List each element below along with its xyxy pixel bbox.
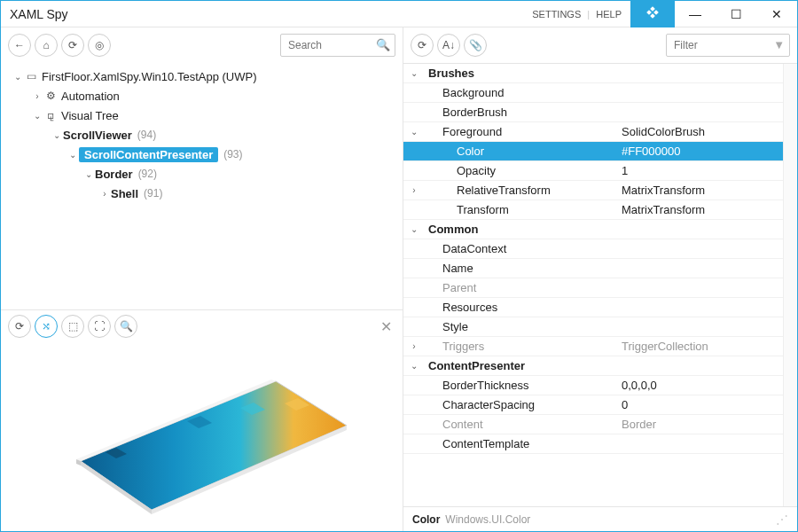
tree-node-border[interactable]: ⌄ Border (92): [1, 164, 403, 184]
prop-content[interactable]: ContentBorder: [403, 415, 797, 434]
prop-datacontext[interactable]: DataContext: [403, 239, 797, 259]
home-button[interactable]: ⌂: [35, 34, 58, 57]
prop-opacity[interactable]: Opacity1: [403, 161, 797, 181]
maximize-button[interactable]: ☐: [716, 1, 756, 27]
prop-group-common[interactable]: ⌄Common: [403, 220, 797, 239]
visual-tree: ⌄ ▭ FirstFloor.XamlSpy.Win10.TestApp (UW…: [1, 63, 403, 309]
preview-toolbar: ⟳ ⤭ ⬚ ⛶ 🔍 ✕: [1, 310, 403, 342]
preview-3d-button[interactable]: ⤭: [35, 315, 58, 338]
prop-relativetransform[interactable]: ›RelativeTransformMatrixTransform: [403, 181, 797, 200]
props-sort-button[interactable]: A↓: [437, 34, 460, 57]
right-toolbar: ⟳ A↓ 📎 ▼: [403, 27, 797, 63]
filter-box: ▼: [666, 34, 790, 57]
app-logo-icon: [630, 1, 675, 27]
refresh-button[interactable]: ⟳: [61, 34, 84, 57]
svg-rect-0: [650, 6, 655, 12]
tree-node-root[interactable]: ⌄ ▭ FirstFloor.XamlSpy.Win10.TestApp (UW…: [1, 66, 403, 86]
preview-panel: ⟳ ⤭ ⬚ ⛶ 🔍 ✕: [1, 309, 403, 531]
left-panel: ← ⌂ ⟳ ◎ 🔍 ⌄ ▭ FirstFloor.XamlSpy.Win10.T…: [1, 27, 403, 531]
window-buttons: — ☐ ✕: [675, 1, 797, 27]
svg-rect-3: [650, 13, 655, 19]
close-button[interactable]: ✕: [756, 1, 797, 27]
svg-rect-1: [646, 10, 652, 15]
props-refresh-button[interactable]: ⟳: [411, 34, 434, 57]
preview-fit-button[interactable]: ⛶: [88, 315, 111, 338]
prop-transform[interactable]: TransformMatrixTransform: [403, 200, 797, 220]
preview-zoom-button[interactable]: 🔍: [114, 315, 137, 338]
status-key: Color: [412, 513, 440, 526]
search-box: 🔍: [280, 34, 395, 57]
right-panel: ⟳ A↓ 📎 ▼ ⌄Brushes Background BorderBrush…: [403, 27, 797, 531]
prop-parent[interactable]: Parent: [403, 278, 797, 298]
prop-name[interactable]: Name: [403, 259, 797, 278]
property-grid: ⌄Brushes Background BorderBrush ⌄Foregro…: [403, 63, 797, 506]
settings-help: SETTINGS | HELP: [532, 9, 622, 20]
tree-icon: ⚼: [43, 109, 58, 121]
chevron-right-icon[interactable]: ›: [98, 189, 111, 199]
prop-style[interactable]: Style: [403, 317, 797, 337]
settings-link[interactable]: SETTINGS: [532, 9, 581, 20]
prop-triggers[interactable]: ›TriggersTriggerCollection: [403, 337, 797, 356]
tree-node-scp[interactable]: ⌄ ScrollContentPresenter (93): [1, 145, 403, 164]
window-icon: ▭: [24, 70, 38, 82]
gear-icon: ⚙: [43, 90, 58, 102]
prop-group-contentpresenter[interactable]: ⌄ContentPresenter: [403, 356, 797, 376]
prop-borderthickness[interactable]: BorderThickness0,0,0,0: [403, 376, 797, 395]
preview-3d-render[interactable]: [63, 355, 356, 514]
status-line: Color Windows.UI.Color ⋰: [403, 506, 797, 531]
help-link[interactable]: HELP: [596, 9, 622, 20]
filter-icon: ▼: [773, 38, 785, 51]
chevron-down-icon[interactable]: ⌄: [66, 150, 79, 160]
filter-input[interactable]: [666, 34, 790, 57]
preview-select-button[interactable]: ⬚: [61, 315, 84, 338]
prop-resources[interactable]: Resources: [403, 298, 797, 317]
app-title: XAML Spy: [1, 7, 68, 21]
props-scrollbar[interactable]: [783, 64, 797, 506]
prop-contenttemplate[interactable]: ContentTemplate: [403, 434, 797, 454]
target-button[interactable]: ◎: [88, 34, 111, 57]
back-button[interactable]: ←: [8, 34, 31, 57]
chevron-down-icon[interactable]: ⌄: [82, 169, 95, 179]
prop-characterspacing[interactable]: CharacterSpacing0: [403, 395, 797, 415]
tree-node-scrollviewer[interactable]: ⌄ ScrollViewer (94): [1, 125, 403, 145]
preview-refresh-button[interactable]: ⟳: [8, 315, 31, 338]
chevron-down-icon[interactable]: ⌄: [51, 130, 63, 140]
resize-grip-icon[interactable]: ⋰: [776, 512, 788, 527]
search-icon: 🔍: [376, 38, 390, 51]
chevron-down-icon[interactable]: ⌄: [12, 72, 24, 82]
tree-node-visualtree[interactable]: ⌄ ⚼ Visual Tree: [1, 106, 403, 125]
svg-rect-2: [653, 10, 659, 15]
titlebar: XAML Spy SETTINGS | HELP — ☐ ✕: [1, 1, 797, 27]
prop-background[interactable]: Background: [403, 83, 797, 103]
preview-close-button[interactable]: ✕: [377, 315, 395, 339]
prop-foreground[interactable]: ⌄ForegroundSolidColorBrush: [403, 122, 797, 142]
tree-node-shell[interactable]: › Shell (91): [1, 184, 403, 203]
left-toolbar: ← ⌂ ⟳ ◎ 🔍: [1, 27, 403, 63]
chevron-down-icon[interactable]: ⌄: [31, 111, 43, 121]
prop-borderbrush[interactable]: BorderBrush: [403, 103, 797, 122]
props-attach-button[interactable]: 📎: [464, 34, 487, 57]
minimize-button[interactable]: —: [675, 1, 716, 27]
prop-group-brushes[interactable]: ⌄Brushes: [403, 64, 797, 83]
prop-color[interactable]: Color#FF000000: [403, 142, 797, 161]
tree-node-automation[interactable]: › ⚙ Automation: [1, 86, 403, 106]
status-type: Windows.UI.Color: [445, 513, 530, 526]
chevron-right-icon[interactable]: ›: [31, 91, 43, 101]
